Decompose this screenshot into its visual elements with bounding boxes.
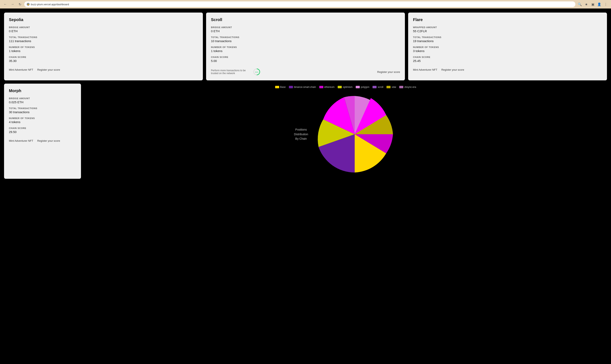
back-button[interactable]: ← [2, 1, 8, 7]
flare-wrapped-value: 55 C2FLR [413, 29, 602, 33]
legend-label: ethereum [324, 86, 335, 89]
morph-tx-label: TOTAL TRANSACTIONS [9, 107, 76, 110]
browser-actions: 🔍 ★ ▣ 👤 ⋮ [577, 1, 609, 7]
sepolia-score-value: 35.30 [9, 59, 198, 63]
legend-color-swatch [399, 86, 403, 88]
browser-chrome: ← → ↻ 🔒 buzz-plum.vercel.app/dashboard 🔍… [0, 0, 611, 9]
sepolia-title: Sepolia [9, 17, 198, 22]
top-cards-row: Sepolia BRIDGE AMOUNT 0 ETH TOTAL TRANSA… [4, 13, 607, 80]
scroll-bridge-label: BRIDGE AMOUNT [211, 26, 400, 28]
scroll-tx-label: TOTAL TRANSACTIONS [211, 36, 400, 39]
scroll-tokens-label: NUMBER OF TOKENS [211, 46, 400, 48]
legend-color-swatch [387, 86, 390, 88]
flare-card: Flare WRAPPED AMOUNT 55 C2FLR TOTAL TRAN… [408, 13, 607, 80]
morph-tokens-value: 4 tokens [9, 120, 76, 124]
morph-card: Morph BRIDGE AMOUNT 0.025 ETH TOTAL TRAN… [4, 84, 81, 179]
scroll-trust-text: Perform more transactions to be trusted … [211, 69, 251, 75]
legend-color-swatch [338, 86, 342, 88]
sepolia-score-label: CHAIN SCORE [9, 56, 198, 58]
morph-tokens-label: NUMBER OF TOKENS [9, 117, 76, 119]
legend-label: binance-smart-chain [294, 86, 316, 89]
scroll-progress-ring: 50% [253, 68, 260, 76]
sepolia-tokens-value: 1 tokens [9, 49, 198, 53]
reload-button[interactable]: ↻ [17, 1, 23, 7]
scroll-score-label: CHAIN SCORE [211, 56, 400, 58]
morph-mint-btn[interactable]: Mint Adventurer NFT [9, 139, 33, 142]
scroll-footer: Perform more transactions to be trusted … [211, 66, 400, 76]
sepolia-tx-value: 111 transactions [9, 39, 198, 43]
legend-item: optimism [338, 86, 352, 89]
legend-item: scroll [373, 86, 383, 89]
forward-button[interactable]: → [10, 1, 15, 7]
chart-label: PositionsDistributionBy Chain [294, 127, 308, 141]
legend-item: xdai [387, 86, 396, 89]
legend-item: zksync-era [399, 86, 416, 89]
profile-button[interactable]: 👤 [597, 1, 602, 7]
flare-mint-btn[interactable]: Mint Adventurer NFT [413, 68, 437, 71]
legend-item: ethereum [319, 86, 335, 89]
legend-color-swatch [275, 86, 279, 88]
sepolia-bridge-label: BRIDGE AMOUNT [9, 26, 198, 28]
chart-area: Basebinance-smart-chainethereumoptimismp… [84, 84, 607, 179]
morph-tx-value: 30 transactions [9, 110, 76, 114]
sepolia-card: Sepolia BRIDGE AMOUNT 0 ETH TOTAL TRANSA… [4, 13, 203, 80]
sepolia-mint-btn[interactable]: Mint Adventurer NFT [9, 68, 33, 71]
legend-item: binance-smart-chain [289, 86, 316, 89]
morph-footer: Mint Adventurer NFT Register your score [9, 137, 76, 142]
sepolia-footer: Mint Adventurer NFT Register your score [9, 66, 198, 71]
chart-wrapper: PositionsDistributionBy Chain [86, 92, 605, 177]
scroll-register-btn[interactable]: Register your score [377, 70, 400, 74]
morph-register-btn[interactable]: Register your score [37, 139, 60, 142]
flare-score-value: 25.45 [413, 59, 602, 63]
legend-label: zksync-era [404, 86, 416, 89]
dashboard-page: Sepolia BRIDGE AMOUNT 0 ETH TOTAL TRANSA… [0, 9, 611, 364]
morph-bridge-value: 0.025 ETH [9, 100, 76, 104]
legend-label: xdai [391, 86, 396, 89]
flare-tokens-label: NUMBER OF TOKENS [413, 46, 602, 48]
legend-label: polygon [361, 86, 369, 89]
flare-title: Flare [413, 17, 602, 22]
extensions-button[interactable]: ▣ [590, 1, 596, 7]
legend-label: Base [280, 86, 286, 89]
morph-score-label: CHAIN SCORE [9, 127, 76, 129]
morph-title: Morph [9, 89, 76, 93]
sepolia-tokens-label: NUMBER OF TOKENS [9, 46, 198, 48]
legend-color-swatch [319, 86, 323, 88]
flare-wrapped-label: WRAPPED AMOUNT [413, 26, 602, 28]
legend-color-swatch [356, 86, 360, 88]
flare-register-btn[interactable]: Register your score [441, 68, 464, 71]
morph-score-value: 29.50 [9, 130, 76, 134]
pie-svg [312, 92, 397, 177]
legend-color-swatch [289, 86, 293, 88]
legend-label: optimism [343, 86, 352, 89]
scroll-tokens-value: 1 tokens [211, 49, 400, 53]
scroll-progress-section: Perform more transactions to be trusted … [211, 68, 260, 76]
flare-tokens-value: 3 tokens [413, 49, 602, 53]
scroll-card: Scroll BRIDGE AMOUNT 0 ETH TOTAL TRANSAC… [206, 13, 405, 80]
legend-item: polygon [356, 86, 369, 89]
scroll-tx-value: 10 transactions [211, 39, 400, 43]
scroll-score-value: 5.00 [211, 59, 400, 63]
flare-tx-label: TOTAL TRANSACTIONS [413, 36, 602, 39]
svg-text:50%: 50% [255, 71, 258, 73]
flare-score-label: CHAIN SCORE [413, 56, 602, 58]
scroll-bridge-value: 0 ETH [211, 29, 400, 33]
morph-bridge-label: BRIDGE AMOUNT [9, 97, 76, 100]
scroll-title: Scroll [211, 17, 400, 22]
menu-button[interactable]: ⋮ [603, 1, 609, 7]
sepolia-bridge-value: 0 ETH [9, 29, 198, 33]
sepolia-tx-label: TOTAL TRANSACTIONS [9, 36, 198, 39]
bottom-row: Morph BRIDGE AMOUNT 0.025 ETH TOTAL TRAN… [4, 84, 607, 179]
sepolia-register-btn[interactable]: Register your score [37, 68, 60, 71]
security-icon: 🔒 [27, 3, 30, 6]
pie-chart [312, 92, 397, 177]
flare-tx-value: 19 transactions [413, 39, 602, 43]
flare-footer: Mint Adventurer NFT Register your score [413, 66, 602, 71]
legend-color-swatch [373, 86, 377, 88]
legend-item: Base [275, 86, 286, 89]
chart-legend: Basebinance-smart-chainethereumoptimismp… [271, 86, 420, 89]
legend-label: scroll [377, 86, 383, 89]
bookmark-button[interactable]: ★ [584, 1, 589, 7]
zoom-button[interactable]: 🔍 [577, 1, 583, 7]
address-bar[interactable]: 🔒 buzz-plum.vercel.app/dashboard [24, 1, 575, 7]
